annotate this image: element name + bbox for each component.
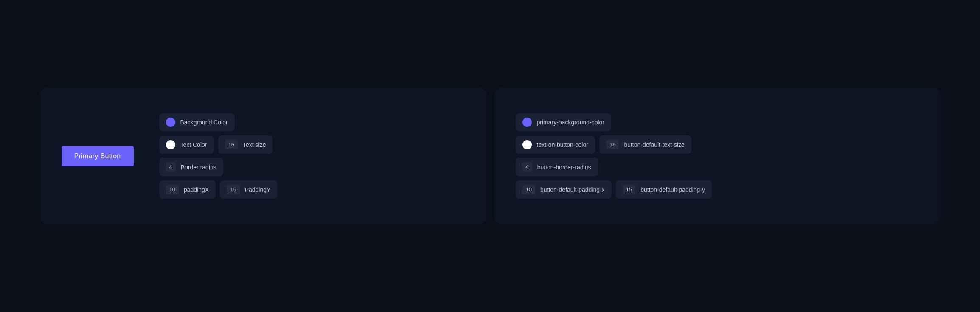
text-size-label: Text size <box>243 141 266 148</box>
text-on-button-pill[interactable]: text-on-button-color <box>516 136 595 154</box>
background-color-pill[interactable]: Background Color <box>159 113 235 131</box>
text-on-button-label: text-on-button-color <box>537 141 588 148</box>
button-padding-x-label: button-default-padding-x <box>540 186 605 193</box>
button-border-radius-pill[interactable]: 4 button-border-radius <box>516 158 598 176</box>
padding-y-label: PaddingY <box>245 186 271 193</box>
padding-x-pill[interactable]: 10 paddingX <box>159 180 216 199</box>
padding-y-number: 15 <box>227 185 239 194</box>
border-radius-label: Border radius <box>181 164 216 171</box>
button-padding-row: 10 button-default-padding-x 15 button-de… <box>516 180 712 199</box>
button-text-size-pill[interactable]: 16 button-default-text-size <box>599 135 691 154</box>
white-color-swatch <box>166 140 175 149</box>
primary-bg-blue-swatch <box>522 118 532 127</box>
padding-row: 10 paddingX 15 PaddingY <box>159 180 278 199</box>
text-on-button-row: text-on-button-color 16 button-default-t… <box>516 135 712 154</box>
blue-color-swatch <box>166 118 175 127</box>
text-color-row: Text Color 16 Text size <box>159 135 278 154</box>
padding-y-pill[interactable]: 15 PaddingY <box>220 180 277 199</box>
background-color-row: Background Color <box>159 113 278 131</box>
border-radius-row: 4 Border radius <box>159 158 278 176</box>
app-container: Primary Button Background Color Text Col… <box>23 71 957 241</box>
text-on-button-swatch <box>522 140 532 149</box>
text-color-pill[interactable]: Text Color <box>159 136 214 154</box>
right-panel: primary-background-color text-on-button-… <box>494 88 940 224</box>
left-panel: Primary Button Background Color Text Col… <box>40 88 486 224</box>
button-text-size-number: 16 <box>606 140 619 149</box>
controls-grid: Background Color Text Color 16 Text size… <box>159 113 278 199</box>
primary-bg-color-label: primary-background-color <box>537 119 605 126</box>
primary-bg-color-row: primary-background-color <box>516 113 712 131</box>
button-padding-x-number: 10 <box>522 185 535 194</box>
background-color-label: Background Color <box>180 119 228 126</box>
button-padding-y-label: button-default-padding-y <box>640 186 705 193</box>
token-grid: primary-background-color text-on-button-… <box>516 113 712 199</box>
button-padding-y-number: 15 <box>623 185 635 194</box>
button-padding-y-pill[interactable]: 15 button-default-padding-y <box>616 180 712 199</box>
button-border-radius-row: 4 button-border-radius <box>516 158 712 176</box>
border-radius-pill[interactable]: 4 Border radius <box>159 158 223 176</box>
text-color-label: Text Color <box>180 141 207 148</box>
text-size-number: 16 <box>225 140 238 149</box>
padding-x-number: 10 <box>166 185 179 194</box>
padding-x-label: paddingX <box>184 186 209 193</box>
text-size-pill[interactable]: 16 Text size <box>218 135 273 154</box>
button-border-radius-label: button-border-radius <box>537 164 591 171</box>
primary-button[interactable]: Primary Button <box>62 146 134 166</box>
border-radius-number: 4 <box>166 162 176 172</box>
button-padding-x-pill[interactable]: 10 button-default-padding-x <box>516 180 612 199</box>
primary-bg-color-pill[interactable]: primary-background-color <box>516 113 612 131</box>
button-text-size-label: button-default-text-size <box>624 141 684 148</box>
button-border-radius-number: 4 <box>522 162 532 172</box>
